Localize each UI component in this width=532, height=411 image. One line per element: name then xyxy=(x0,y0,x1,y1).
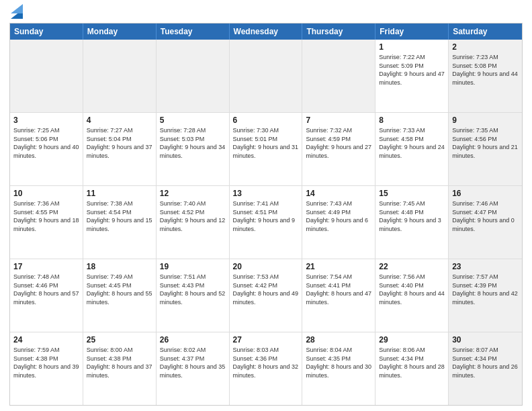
cell-info: Sunrise: 7:57 AM Sunset: 4:39 PM Dayligh… xyxy=(452,273,519,306)
day-number: 30 xyxy=(452,334,519,345)
calendar-cell-13: 13Sunrise: 7:41 AM Sunset: 4:51 PM Dayli… xyxy=(230,186,303,259)
day-number: 25 xyxy=(87,334,152,345)
calendar-cell-6: 6Sunrise: 7:30 AM Sunset: 5:01 PM Daylig… xyxy=(230,113,303,185)
page: SundayMondayTuesdayWednesdayThursdayFrid… xyxy=(0,0,532,411)
calendar-cell-19: 19Sunrise: 7:51 AM Sunset: 4:43 PM Dayli… xyxy=(157,259,230,332)
calendar-header: SundayMondayTuesdayWednesdayThursdayFrid… xyxy=(10,24,522,40)
calendar-cell-empty-0-2 xyxy=(157,40,230,112)
calendar-cell-14: 14Sunrise: 7:43 AM Sunset: 4:49 PM Dayli… xyxy=(302,186,375,259)
cell-info: Sunrise: 7:46 AM Sunset: 4:47 PM Dayligh… xyxy=(452,199,519,233)
day-number: 29 xyxy=(379,334,445,345)
calendar-cell-22: 22Sunrise: 7:56 AM Sunset: 4:40 PM Dayli… xyxy=(375,259,449,332)
cell-info: Sunrise: 7:22 AM Sunset: 5:09 PM Dayligh… xyxy=(379,53,445,87)
cell-info: Sunrise: 7:56 AM Sunset: 4:40 PM Dayligh… xyxy=(379,273,445,306)
cell-info: Sunrise: 7:59 AM Sunset: 4:38 PM Dayligh… xyxy=(13,346,79,379)
calendar-cell-2: 2Sunrise: 7:23 AM Sunset: 5:08 PM Daylig… xyxy=(449,40,522,112)
calendar-row-4: 24Sunrise: 7:59 AM Sunset: 4:38 PM Dayli… xyxy=(10,332,522,405)
calendar-cell-5: 5Sunrise: 7:28 AM Sunset: 5:03 PM Daylig… xyxy=(157,113,230,185)
weekday-header-saturday: Saturday xyxy=(449,24,522,40)
cell-info: Sunrise: 7:25 AM Sunset: 5:06 PM Dayligh… xyxy=(13,126,79,160)
cell-info: Sunrise: 8:07 AM Sunset: 4:34 PM Dayligh… xyxy=(452,346,519,379)
day-number: 18 xyxy=(87,261,152,272)
day-number: 13 xyxy=(233,188,299,199)
day-number: 26 xyxy=(160,334,226,345)
day-number: 6 xyxy=(233,115,299,126)
cell-info: Sunrise: 7:45 AM Sunset: 4:48 PM Dayligh… xyxy=(379,199,445,233)
day-number: 15 xyxy=(379,188,445,199)
cell-info: Sunrise: 8:00 AM Sunset: 4:38 PM Dayligh… xyxy=(87,346,152,379)
cell-info: Sunrise: 7:48 AM Sunset: 4:46 PM Dayligh… xyxy=(13,273,79,306)
day-number: 28 xyxy=(306,334,371,345)
weekday-header-thursday: Thursday xyxy=(302,24,375,40)
calendar-cell-empty-0-1 xyxy=(83,40,157,112)
header xyxy=(9,7,523,19)
day-number: 23 xyxy=(452,261,519,272)
calendar-cell-16: 16Sunrise: 7:46 AM Sunset: 4:47 PM Dayli… xyxy=(449,186,522,259)
cell-info: Sunrise: 7:40 AM Sunset: 4:52 PM Dayligh… xyxy=(160,199,226,233)
calendar-cell-3: 3Sunrise: 7:25 AM Sunset: 5:06 PM Daylig… xyxy=(10,113,83,185)
cell-info: Sunrise: 8:06 AM Sunset: 4:34 PM Dayligh… xyxy=(379,346,445,379)
cell-info: Sunrise: 7:28 AM Sunset: 5:03 PM Dayligh… xyxy=(160,126,226,160)
calendar-cell-18: 18Sunrise: 7:49 AM Sunset: 4:45 PM Dayli… xyxy=(83,259,157,332)
calendar-cell-20: 20Sunrise: 7:53 AM Sunset: 4:42 PM Dayli… xyxy=(230,259,303,332)
calendar-cell-7: 7Sunrise: 7:32 AM Sunset: 4:59 PM Daylig… xyxy=(302,113,375,185)
weekday-header-friday: Friday xyxy=(375,24,449,40)
calendar-row-0: 1Sunrise: 7:22 AM Sunset: 5:09 PM Daylig… xyxy=(10,40,522,113)
cell-info: Sunrise: 7:54 AM Sunset: 4:41 PM Dayligh… xyxy=(306,273,371,306)
cell-info: Sunrise: 7:38 AM Sunset: 4:54 PM Dayligh… xyxy=(87,199,152,233)
cell-info: Sunrise: 7:33 AM Sunset: 4:58 PM Dayligh… xyxy=(379,126,445,160)
day-number: 21 xyxy=(306,261,371,272)
calendar-row-1: 3Sunrise: 7:25 AM Sunset: 5:06 PM Daylig… xyxy=(10,113,522,186)
day-number: 16 xyxy=(452,188,519,199)
day-number: 1 xyxy=(379,42,445,52)
day-number: 17 xyxy=(13,261,79,272)
cell-info: Sunrise: 7:43 AM Sunset: 4:49 PM Dayligh… xyxy=(306,199,371,233)
day-number: 3 xyxy=(13,115,79,126)
cell-info: Sunrise: 7:27 AM Sunset: 5:04 PM Dayligh… xyxy=(87,126,152,160)
calendar-cell-23: 23Sunrise: 7:57 AM Sunset: 4:39 PM Dayli… xyxy=(449,259,522,332)
calendar-cell-17: 17Sunrise: 7:48 AM Sunset: 4:46 PM Dayli… xyxy=(10,259,83,332)
cell-info: Sunrise: 8:02 AM Sunset: 4:37 PM Dayligh… xyxy=(160,346,226,379)
day-number: 22 xyxy=(379,261,445,272)
calendar-cell-25: 25Sunrise: 8:00 AM Sunset: 4:38 PM Dayli… xyxy=(83,332,157,405)
weekday-header-monday: Monday xyxy=(83,24,157,40)
cell-info: Sunrise: 7:53 AM Sunset: 4:42 PM Dayligh… xyxy=(233,273,299,306)
svg-marker-1 xyxy=(11,4,23,13)
cell-info: Sunrise: 7:23 AM Sunset: 5:08 PM Dayligh… xyxy=(452,53,519,87)
calendar-cell-11: 11Sunrise: 7:38 AM Sunset: 4:54 PM Dayli… xyxy=(83,186,157,259)
cell-info: Sunrise: 7:32 AM Sunset: 4:59 PM Dayligh… xyxy=(306,126,371,160)
cell-info: Sunrise: 7:49 AM Sunset: 4:45 PM Dayligh… xyxy=(87,273,152,306)
cell-info: Sunrise: 7:35 AM Sunset: 4:56 PM Dayligh… xyxy=(452,126,519,160)
logo-icon xyxy=(11,4,23,19)
calendar-cell-12: 12Sunrise: 7:40 AM Sunset: 4:52 PM Dayli… xyxy=(157,186,230,259)
weekday-header-sunday: Sunday xyxy=(10,24,83,40)
day-number: 2 xyxy=(452,42,519,52)
calendar-cell-30: 30Sunrise: 8:07 AM Sunset: 4:34 PM Dayli… xyxy=(449,332,522,405)
cell-info: Sunrise: 8:04 AM Sunset: 4:35 PM Dayligh… xyxy=(306,346,371,379)
logo xyxy=(9,7,23,19)
calendar-cell-24: 24Sunrise: 7:59 AM Sunset: 4:38 PM Dayli… xyxy=(10,332,83,405)
cell-info: Sunrise: 7:51 AM Sunset: 4:43 PM Dayligh… xyxy=(160,273,226,306)
calendar-body: 1Sunrise: 7:22 AM Sunset: 5:09 PM Daylig… xyxy=(10,40,522,405)
weekday-header-tuesday: Tuesday xyxy=(157,24,230,40)
day-number: 19 xyxy=(160,261,226,272)
cell-info: Sunrise: 7:36 AM Sunset: 4:55 PM Dayligh… xyxy=(13,199,79,233)
day-number: 24 xyxy=(13,334,79,345)
calendar-row-2: 10Sunrise: 7:36 AM Sunset: 4:55 PM Dayli… xyxy=(10,186,522,259)
day-number: 12 xyxy=(160,188,226,199)
calendar-cell-empty-0-0 xyxy=(10,40,83,112)
day-number: 11 xyxy=(87,188,152,199)
calendar-cell-29: 29Sunrise: 8:06 AM Sunset: 4:34 PM Dayli… xyxy=(375,332,449,405)
day-number: 10 xyxy=(13,188,79,199)
calendar-cell-8: 8Sunrise: 7:33 AM Sunset: 4:58 PM Daylig… xyxy=(375,113,449,185)
day-number: 9 xyxy=(452,115,519,126)
cell-info: Sunrise: 7:30 AM Sunset: 5:01 PM Dayligh… xyxy=(233,126,299,160)
calendar-cell-15: 15Sunrise: 7:45 AM Sunset: 4:48 PM Dayli… xyxy=(375,186,449,259)
day-number: 7 xyxy=(306,115,371,126)
calendar-cell-4: 4Sunrise: 7:27 AM Sunset: 5:04 PM Daylig… xyxy=(83,113,157,185)
calendar-cell-10: 10Sunrise: 7:36 AM Sunset: 4:55 PM Dayli… xyxy=(10,186,83,259)
calendar-cell-28: 28Sunrise: 8:04 AM Sunset: 4:35 PM Dayli… xyxy=(302,332,375,405)
day-number: 27 xyxy=(233,334,299,345)
day-number: 5 xyxy=(160,115,226,126)
calendar-cell-empty-0-4 xyxy=(302,40,375,112)
